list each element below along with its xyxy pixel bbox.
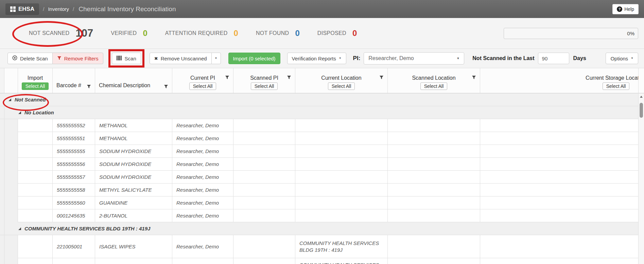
- cell-current-storage: [480, 184, 638, 196]
- pi-label: PI:: [353, 55, 361, 62]
- select-all-scanned-location[interactable]: Select All: [420, 82, 448, 90]
- cell-import: [18, 235, 53, 258]
- table-row[interactable]: 5555555558METHYL SALICYLATEResearcher, D…: [0, 184, 638, 196]
- group-row-not-scanned[interactable]: Not Scanned: [0, 93, 638, 106]
- table-row[interactable]: 5555555557SODIUM HYDROXIDEResearcher, De…: [0, 171, 638, 184]
- select-all-scanned-pi[interactable]: Select All: [251, 82, 278, 90]
- cell-chemical: METHANOL: [95, 119, 172, 132]
- breadcrumb-inventory[interactable]: Inventory: [48, 6, 69, 12]
- cell-current-storage: [480, 258, 638, 264]
- cell-barcode: 5555555557: [53, 171, 95, 184]
- filter-icon[interactable]: [472, 75, 476, 80]
- table-row[interactable]: 5555555552METHANOLResearcher, Demo: [0, 119, 638, 132]
- row-indent-cell: [0, 132, 4, 145]
- group-row-location-0[interactable]: No Location: [0, 106, 638, 119]
- vertical-scrollbar[interactable]: [638, 94, 644, 264]
- collapse-icon[interactable]: [18, 111, 21, 114]
- cell-current-storage: [480, 171, 638, 184]
- cell-current-location: COMMUNITY HEALTH SERVICES BLDG 19TH : 41…: [295, 235, 388, 258]
- row-indent-cell: [4, 258, 18, 264]
- select-all-current-pi[interactable]: Select All: [189, 82, 216, 90]
- cell-current-location: [295, 132, 388, 145]
- brand-text: EHSA: [18, 6, 34, 13]
- progress-percent: 0%: [627, 31, 634, 36]
- cell-scanned-pi: [233, 158, 295, 171]
- column-header-label: Current Location: [321, 75, 361, 81]
- pi-select[interactable]: Researcher, Demo ▼: [364, 52, 464, 64]
- group-indent-cell: [0, 222, 4, 235]
- stat-not-scanned: NOT SCANNED 107: [29, 27, 93, 39]
- table-row[interactable]: 5555555555SODIUM HYDROXIDEResearcher, De…: [0, 145, 638, 158]
- column-header-import: ImportSelect All: [18, 68, 53, 93]
- filter-icon[interactable]: [87, 84, 91, 89]
- import-button[interactable]: Import (0 selected): [228, 53, 280, 64]
- scan-button[interactable]: Scan: [112, 53, 141, 64]
- help-button[interactable]: ? Help: [612, 4, 639, 14]
- scroll-up-button[interactable]: [639, 94, 644, 99]
- cell-current-pi: Researcher, Demo: [172, 132, 233, 145]
- scrollbar-thumb[interactable]: [640, 103, 643, 118]
- column-header-current-pi: Current PISelect All: [172, 68, 233, 93]
- help-label: Help: [624, 6, 634, 12]
- table-row[interactable]: 5555555556SODIUM HYDROXIDEResearcher, De…: [0, 158, 638, 171]
- days-input[interactable]: [538, 53, 569, 64]
- column-header-current-location: Current LocationSelect All: [295, 68, 388, 93]
- table-row[interactable]: COMMUNITY HEALTH SERVICES BLDG 19TH : 41…: [0, 258, 638, 264]
- cell-current-location: [295, 171, 388, 184]
- cell-barcode: 221005001: [53, 235, 95, 258]
- filter-icon[interactable]: [164, 84, 168, 89]
- group-label: No Location: [24, 110, 54, 115]
- select-all-import[interactable]: Select All: [22, 82, 49, 90]
- row-indent-cell: [4, 209, 18, 222]
- column-header-label: Barcode #: [56, 82, 81, 89]
- progress-bar: 0%: [504, 28, 638, 39]
- row-indent-cell: [0, 158, 4, 171]
- header-row: ImportSelect AllBarcode #Chemical Descri…: [0, 68, 638, 93]
- column-header-barcode: Barcode #: [53, 68, 95, 93]
- table-row[interactable]: 00012456352-BUTANOLResearcher, Demo: [0, 209, 638, 222]
- stat-label: NOT FOUND: [256, 30, 289, 36]
- barcode-icon: [117, 56, 122, 61]
- row-indent-cell: [4, 196, 18, 209]
- cell-current-storage: [480, 209, 638, 222]
- options-button[interactable]: Options ▼: [606, 53, 638, 64]
- row-indent-cell: [0, 235, 4, 258]
- cell-chemical: 2-BUTANOL: [95, 209, 172, 222]
- remove-unscanned-dropdown-button[interactable]: ▼: [211, 53, 221, 64]
- cell-current-storage: [480, 119, 638, 132]
- table-row[interactable]: 5555555551METHANOLResearcher, Demo: [0, 132, 638, 145]
- cell-import: [18, 158, 53, 171]
- stat-attention-required: ATTENTION REQUIRED 0: [165, 29, 238, 38]
- collapse-icon[interactable]: [8, 98, 12, 101]
- verification-reports-button[interactable]: Verification Reports ▼: [287, 53, 346, 64]
- row-indent-cell: [0, 145, 4, 158]
- cell-chemical: GUANIDINE: [95, 196, 172, 209]
- select-all-current-location[interactable]: Select All: [328, 82, 355, 90]
- filter-icon[interactable]: [225, 75, 229, 80]
- cell-current-pi: Researcher, Demo: [172, 119, 233, 132]
- collapse-icon[interactable]: [18, 227, 21, 230]
- column-header-label: Import: [28, 75, 43, 81]
- cell-scanned-pi: [233, 258, 295, 264]
- cell-current-pi: [172, 258, 233, 264]
- filter-icon[interactable]: [379, 75, 384, 80]
- row-indent-cell: [4, 158, 18, 171]
- group-row-location-1[interactable]: COMMUNITY HEALTH SERVICES BLDG 19TH : 41…: [0, 222, 638, 235]
- table-row[interactable]: 5555555560GUANIDINEResearcher, Demo: [0, 196, 638, 209]
- cell-barcode: [53, 258, 95, 264]
- table-row[interactable]: 221005001ISAGEL WIPESResearcher, DemoCOM…: [0, 235, 638, 258]
- stat-not-found: NOT FOUND 0: [256, 29, 300, 38]
- row-indent-cell: [4, 235, 18, 258]
- remove-unscanned-button[interactable]: ✖ Remove Unscanned: [150, 53, 212, 64]
- remove-filters-button[interactable]: Remove Filters: [52, 53, 103, 64]
- filter-icon[interactable]: [287, 75, 291, 80]
- cell-scanned-pi: [233, 119, 295, 132]
- app-logo[interactable]: EHSA: [5, 3, 39, 15]
- delete-scan-button[interactable]: Delete Scan: [7, 53, 53, 64]
- select-all-current-storage[interactable]: Select All: [603, 82, 630, 90]
- grid-body: Not ScannedNo Location5555555552METHANOL…: [0, 93, 638, 264]
- verification-reports-label: Verification Reports: [292, 56, 336, 61]
- import-label: Import (0 selected): [233, 56, 276, 61]
- cell-barcode: 5555555560: [53, 196, 95, 209]
- scan-label: Scan: [125, 56, 136, 61]
